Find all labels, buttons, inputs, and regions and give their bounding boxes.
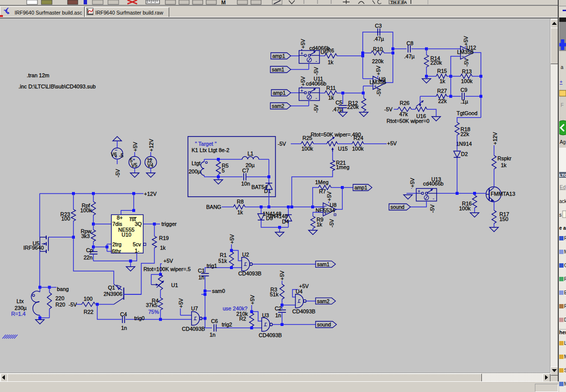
svg-text:230µ: 230µ — [15, 305, 27, 311]
svg-text:amp1: amp1 — [354, 185, 367, 190]
svg-text:37k5: 37k5 — [146, 302, 158, 308]
svg-text:-5V: -5V — [313, 104, 319, 113]
svg-text:100k: 100k — [459, 205, 471, 211]
svg-text:-5V: -5V — [384, 106, 393, 112]
svg-text:U15: U15 — [338, 146, 348, 152]
svg-text:LM358: LM358 — [370, 79, 386, 85]
svg-text:CD4093B: CD4093B — [182, 326, 205, 332]
svg-text:1Meg: 1Meg — [315, 179, 329, 185]
svg-text:1k: 1k — [501, 162, 507, 168]
svg-text:100k: 100k — [80, 207, 92, 213]
svg-text:51k: 51k — [218, 258, 227, 264]
svg-text:R22: R22 — [84, 309, 93, 315]
svg-text:Ltgt: Ltgt — [192, 160, 200, 166]
svg-text:2trg: 2trg — [112, 241, 122, 247]
svg-text:-: - — [316, 59, 317, 64]
svg-text:TgtGood: TgtGood — [457, 110, 478, 116]
svg-text:6thr: 6thr — [112, 248, 121, 254]
svg-text:C4: C4 — [120, 311, 127, 317]
svg-text:U2: U2 — [242, 252, 249, 257]
svg-text:-5V: -5V — [69, 302, 77, 307]
svg-text:100k: 100k — [352, 146, 364, 152]
svg-text:R2: R2 — [239, 316, 246, 322]
svg-text:C3: C3 — [375, 23, 382, 29]
svg-text:-5V: -5V — [115, 169, 121, 177]
svg-text:trig0: trig0 — [134, 315, 144, 321]
svg-text:S: S — [564, 368, 566, 373]
svg-text:U10: U10 — [122, 232, 131, 238]
svg-text:220k: 220k — [372, 58, 384, 64]
svg-text:1k: 1k — [328, 59, 334, 65]
svg-text:CD4093B: CD4093B — [238, 271, 262, 276]
svg-text:22k: 22k — [460, 131, 469, 137]
svg-text:e a: e a — [559, 225, 566, 231]
svg-text:CD4093B: CD4093B — [292, 308, 316, 314]
svg-text:-: - — [316, 96, 317, 101]
svg-text:1n: 1n — [210, 332, 215, 338]
svg-text:51k: 51k — [270, 291, 279, 297]
svg-text:100k: 100k — [461, 78, 473, 84]
svg-text:trigger: trigger — [161, 221, 177, 227]
svg-text:-5V: -5V — [429, 204, 435, 213]
svg-text:1meg: 1meg — [336, 164, 350, 170]
svg-text:trig1: trig1 — [207, 263, 217, 269]
svg-text:+5V: +5V — [178, 298, 184, 308]
svg-text:22n: 22n — [84, 255, 92, 260]
svg-text:5: 5 — [222, 168, 225, 173]
svg-text:C2: C2 — [275, 306, 282, 311]
svg-text:C8: C8 — [407, 40, 413, 46]
svg-text:47k: 47k — [399, 111, 408, 117]
svg-text:+5V: +5V — [300, 76, 306, 86]
svg-text:sam0: sam0 — [212, 288, 225, 294]
svg-text:F: F — [561, 102, 564, 108]
svg-text:+: + — [418, 189, 420, 194]
svg-text:R13: R13 — [462, 68, 472, 74]
svg-text:100k: 100k — [301, 146, 313, 152]
svg-text:M: M — [564, 354, 566, 359]
svg-text:1k: 1k — [237, 209, 243, 215]
svg-text:+12V: +12V — [144, 191, 157, 197]
svg-text:7dis: 7dis — [112, 221, 123, 227]
svg-text:TH F FA: TH F FA — [390, 0, 407, 5]
svg-text:+5V: +5V — [387, 140, 397, 146]
svg-text:E: E — [564, 290, 566, 295]
svg-text:+5V: +5V — [229, 234, 235, 244]
svg-text:-5: -5 — [119, 153, 124, 158]
svg-text:Ed: Ed — [560, 185, 566, 190]
svg-text:Ltx: Ltx — [17, 298, 24, 304]
svg-text:bang: bang — [57, 286, 69, 292]
svg-text:R19: R19 — [159, 235, 169, 241]
svg-text:amp1: amp1 — [273, 90, 285, 96]
svg-text:sam2: sam2 — [317, 298, 330, 304]
svg-text:R11: R11 — [326, 85, 336, 91]
svg-text:C5: C5 — [336, 100, 342, 105]
svg-text:C: C — [564, 263, 566, 268]
svg-text:ack: ack — [559, 199, 566, 204]
svg-text:P: P — [564, 304, 566, 309]
svg-text:D4: D4 — [282, 219, 289, 224]
svg-text:R10: R10 — [373, 46, 383, 52]
svg-text:" Target ": " Target " — [195, 141, 216, 147]
svg-text:1n: 1n — [121, 325, 127, 331]
svg-text:D2: D2 — [461, 151, 468, 157]
svg-text:+: + — [301, 88, 303, 93]
svg-text:-5V: -5V — [463, 58, 469, 67]
svg-text:1-: 1- — [135, 248, 140, 254]
svg-text:+12V: +12V — [148, 138, 154, 152]
svg-text:U7: U7 — [191, 306, 198, 311]
svg-text:Rtot=100K wiper=.5: Rtot=100K wiper=.5 — [143, 266, 191, 272]
svg-text:C1: C1 — [198, 268, 205, 273]
svg-text:1n: 1n — [198, 274, 204, 280]
svg-text:-5V: -5V — [278, 141, 286, 147]
svg-text:10n: 10n — [241, 181, 250, 187]
svg-text:K1 Ltx Ltgt 8e-2: K1 Ltx Ltgt 8e-2 — [192, 147, 230, 153]
svg-text:trig2: trig2 — [222, 322, 232, 327]
svg-text:75%: 75% — [148, 309, 159, 315]
svg-text:V5: V5 — [131, 163, 138, 168]
svg-text:Rtot=50K wiper=0: Rtot=50K wiper=0 — [387, 118, 429, 124]
svg-text:R6: R6 — [327, 48, 334, 53]
svg-text:a: a — [561, 65, 564, 70]
svg-text:+5V: +5V — [409, 177, 415, 187]
svg-text:.47µ: .47µ — [404, 53, 415, 59]
svg-text:R=1.4: R=1.4 — [11, 311, 26, 317]
